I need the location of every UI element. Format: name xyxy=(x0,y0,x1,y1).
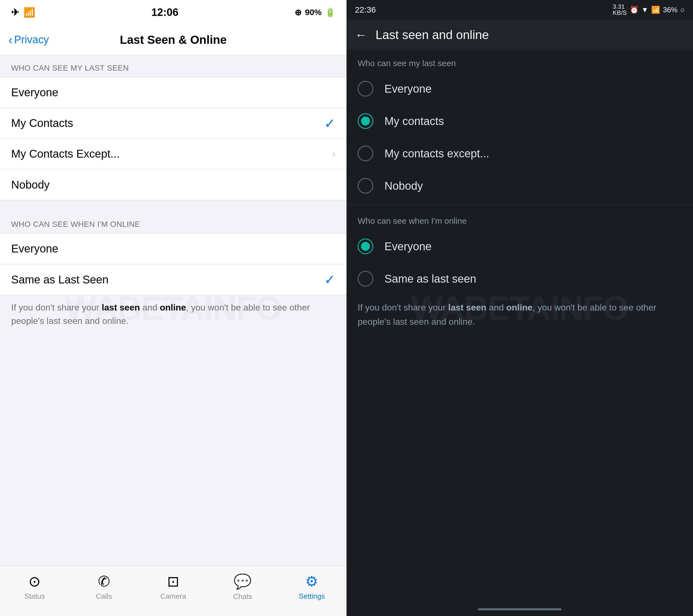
chats-icon: 💬 xyxy=(234,573,252,590)
radio-label-my-contacts-except: My contacts except... xyxy=(384,147,489,160)
ios-page-title: Last Seen & Online xyxy=(120,33,227,46)
radio-item-my-contacts[interactable]: My contacts xyxy=(352,105,688,137)
chevron-my-contacts-except: › xyxy=(332,148,335,160)
list-item-everyone[interactable]: Everyone xyxy=(0,77,346,108)
radio-item-nobody[interactable]: Nobody xyxy=(352,170,688,202)
android-status-bar: 22:36 3.31KB/S ⏰ ▼ 📶 36% ○ xyxy=(346,0,693,20)
tab-chats[interactable]: 💬 Chats xyxy=(208,573,277,601)
ios-last-seen-header: WHO CAN SEE MY LAST SEEN xyxy=(0,55,346,77)
ios-online-list: Everyone Same as Last Seen ✓ xyxy=(0,233,346,295)
android-last-seen-label: Who can see my last seen xyxy=(346,50,693,73)
radio-label-nobody: Nobody xyxy=(384,180,423,192)
ios-back-chevron: ‹ xyxy=(8,34,13,46)
wifi-icon2: 📶 xyxy=(23,7,35,18)
android-panel: WABetaInfo 22:36 3.31KB/S ⏰ ▼ 📶 36% ○ ← … xyxy=(346,0,693,616)
android-online-group: Everyone Same as last seen xyxy=(346,230,693,295)
android-divider xyxy=(346,205,693,205)
radio-label-same-last-seen: Same as last seen xyxy=(384,273,476,285)
android-nav-bar: ← Last seen and online xyxy=(346,20,693,50)
radio-item-online-everyone[interactable]: Everyone xyxy=(352,230,688,262)
ios-panel: WABetaInfo ✈ 📶 12:06 ⊕ 90% 🔋 ‹ Privacy L… xyxy=(0,0,346,616)
android-alarm-icon: ⏰ xyxy=(630,5,639,14)
battery-icon: 🔋 xyxy=(325,7,335,17)
item-label-online-everyone: Everyone xyxy=(11,242,58,255)
tab-calls[interactable]: ✆ Calls xyxy=(69,573,138,601)
android-battery-label: 36% xyxy=(663,5,677,14)
android-data-speed: 3.31KB/S xyxy=(613,4,627,16)
settings-icon: ⚙ xyxy=(305,573,318,590)
wifi-icon: ✈ xyxy=(11,7,19,18)
android-back-button[interactable]: ← xyxy=(355,28,367,42)
android-footer-note: If you don't share your last seen and on… xyxy=(346,295,693,337)
ios-status-bar: ✈ 📶 12:06 ⊕ 90% 🔋 xyxy=(0,0,346,24)
battery-label: 90% xyxy=(305,7,322,17)
ios-back-label: Privacy xyxy=(14,34,49,46)
tab-chats-label: Chats xyxy=(233,592,252,601)
item-label-nobody: Nobody xyxy=(11,179,50,191)
tab-settings-label: Settings xyxy=(299,592,325,601)
calls-icon: ✆ xyxy=(98,573,110,590)
ios-nav-bar: ‹ Privacy Last Seen & Online xyxy=(0,24,346,55)
radio-online-everyone xyxy=(358,239,373,254)
radio-item-same-last-seen[interactable]: Same as last seen xyxy=(352,262,688,295)
android-last-seen-group: Everyone My contacts My contacts except.… xyxy=(346,73,693,202)
radio-label-my-contacts: My contacts xyxy=(384,115,444,127)
tab-status[interactable]: ⊙ Status xyxy=(0,573,69,601)
radio-item-everyone-last[interactable]: Everyone xyxy=(352,73,688,105)
radio-nobody xyxy=(358,178,373,194)
checkmark-same-as-last-seen: ✓ xyxy=(324,272,335,287)
list-item-my-contacts-except[interactable]: My Contacts Except... › xyxy=(0,139,346,170)
ios-time: 12:06 xyxy=(151,6,178,18)
ios-back-button[interactable]: ‹ Privacy xyxy=(8,34,49,46)
tab-calls-label: Calls xyxy=(96,592,112,601)
item-label-everyone: Everyone xyxy=(11,86,58,99)
list-item-same-as-last-seen[interactable]: Same as Last Seen ✓ xyxy=(0,264,346,295)
item-label-my-contacts-except: My Contacts Except... xyxy=(11,147,120,160)
android-status-icons: 3.31KB/S ⏰ ▼ 📶 36% ○ xyxy=(613,4,685,16)
status-icon: ⊙ xyxy=(28,573,41,590)
radio-everyone-last xyxy=(358,81,373,97)
android-time: 22:36 xyxy=(355,5,376,15)
android-home-indicator xyxy=(478,608,561,611)
tab-camera[interactable]: ⊡ Camera xyxy=(139,573,208,601)
ios-tab-bar: ⊙ Status ✆ Calls ⊡ Camera 💬 Chats ⚙ Sett… xyxy=(0,566,346,616)
android-signal-icon: 📶 xyxy=(651,5,660,14)
ios-online-header: WHO CAN SEE WHEN I'M ONLINE xyxy=(0,212,346,233)
checkmark-my-contacts: ✓ xyxy=(324,116,335,131)
radio-label-everyone-last: Everyone xyxy=(384,83,432,95)
location-icon: ⊕ xyxy=(295,7,302,17)
list-item-online-everyone[interactable]: Everyone xyxy=(0,234,346,264)
tab-status-label: Status xyxy=(24,592,45,601)
item-label-same-as-last-seen: Same as Last Seen xyxy=(11,273,108,286)
ios-footer-note: If you don't share your last seen and on… xyxy=(0,295,346,336)
radio-my-contacts-except xyxy=(358,146,373,161)
list-item-my-contacts[interactable]: My Contacts ✓ xyxy=(0,108,346,139)
list-item-nobody[interactable]: Nobody xyxy=(0,170,346,200)
radio-item-my-contacts-except[interactable]: My contacts except... xyxy=(352,137,688,170)
android-page-title: Last seen and online xyxy=(376,28,489,42)
radio-my-contacts xyxy=(358,113,373,129)
ios-status-icons: ⊕ 90% 🔋 xyxy=(295,7,335,17)
radio-label-online-everyone: Everyone xyxy=(384,240,432,253)
ios-last-seen-list: Everyone My Contacts ✓ My Contacts Excep… xyxy=(0,77,346,200)
camera-icon: ⊡ xyxy=(167,573,179,590)
android-online-label: Who can see when I'm online xyxy=(346,208,693,230)
android-wifi-icon: ▼ xyxy=(641,5,649,14)
radio-same-last-seen xyxy=(358,271,373,286)
android-battery-icon: ○ xyxy=(680,5,685,14)
tab-settings[interactable]: ⚙ Settings xyxy=(277,573,346,601)
tab-camera-label: Camera xyxy=(160,592,186,601)
item-label-my-contacts: My Contacts xyxy=(11,117,73,130)
